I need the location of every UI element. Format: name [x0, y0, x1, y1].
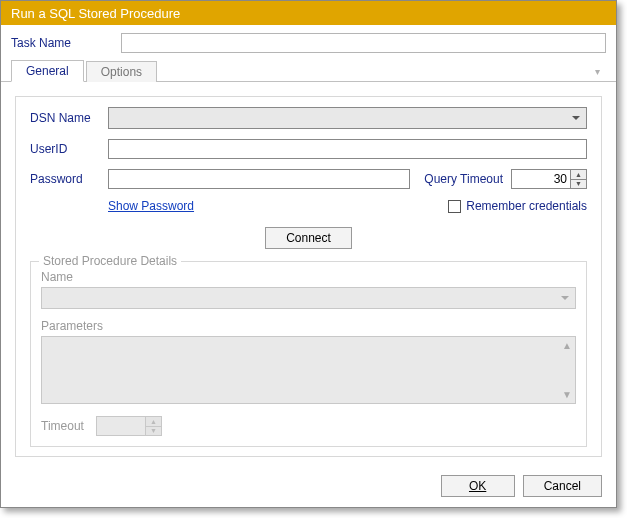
dialog-window: Run a SQL Stored Procedure Task Name Gen… [0, 0, 617, 508]
dialog-footer: OK Cancel [1, 465, 616, 507]
connect-row: Connect [30, 227, 587, 249]
remember-credentials-label: Remember credentials [466, 199, 587, 213]
sp-timeout-up: ▲ [146, 417, 161, 427]
password-label: Password [30, 172, 100, 186]
tab-general[interactable]: General [11, 60, 84, 82]
task-name-label: Task Name [11, 36, 111, 50]
query-timeout-buttons: ▲ ▼ [571, 169, 587, 189]
task-name-input[interactable] [121, 33, 606, 53]
password-input[interactable] [108, 169, 410, 189]
tabs: General Options ▾ [1, 59, 616, 82]
titlebar: Run a SQL Stored Procedure [1, 1, 616, 25]
sp-timeout-label: Timeout [41, 419, 84, 433]
task-name-row: Task Name [1, 25, 616, 59]
query-timeout-up[interactable]: ▲ [571, 170, 586, 180]
password-row: Password Query Timeout ▲ ▼ [30, 169, 587, 189]
checkbox-box-icon [448, 200, 461, 213]
dsn-label: DSN Name [30, 111, 100, 125]
sp-params-label: Parameters [41, 319, 576, 333]
sp-details-legend: Stored Procedure Details [39, 254, 181, 268]
userid-label: UserID [30, 142, 100, 156]
scroll-up-icon: ▲ [562, 340, 572, 351]
ok-button[interactable]: OK [441, 475, 515, 497]
tab-options[interactable]: Options [86, 61, 157, 82]
scroll-down-icon: ▼ [562, 389, 572, 400]
sp-details-fieldset: Stored Procedure Details Name Parameters… [30, 261, 587, 447]
sp-params-box: ▲ ▼ [41, 336, 576, 404]
tab-overflow-icon[interactable]: ▾ [589, 62, 606, 81]
remember-credentials-checkbox[interactable]: Remember credentials [448, 199, 587, 213]
general-panel: DSN Name UserID Password Query Timeout ▲… [15, 96, 602, 457]
cancel-button[interactable]: Cancel [523, 475, 602, 497]
sp-name-label: Name [41, 270, 576, 284]
window-title: Run a SQL Stored Procedure [11, 6, 180, 21]
sp-timeout-row: Timeout ▲ ▼ [41, 416, 576, 436]
sp-timeout-input [96, 416, 146, 436]
show-pass-row: Show Password Remember credentials [30, 199, 587, 213]
query-timeout-label: Query Timeout [424, 172, 503, 186]
query-timeout-spinner: ▲ ▼ [511, 169, 587, 189]
connect-button[interactable]: Connect [265, 227, 352, 249]
sp-timeout-down: ▼ [146, 427, 161, 436]
tab-content: DSN Name UserID Password Query Timeout ▲… [1, 82, 616, 465]
userid-row: UserID [30, 139, 587, 159]
dsn-combo[interactable] [108, 107, 587, 129]
dsn-row: DSN Name [30, 107, 587, 129]
userid-input[interactable] [108, 139, 587, 159]
show-password-link[interactable]: Show Password [108, 199, 194, 213]
sp-timeout-buttons: ▲ ▼ [146, 416, 162, 436]
query-timeout-down[interactable]: ▼ [571, 180, 586, 189]
sp-timeout-spinner: ▲ ▼ [96, 416, 162, 436]
sp-name-combo [41, 287, 576, 309]
query-timeout-input[interactable] [511, 169, 571, 189]
